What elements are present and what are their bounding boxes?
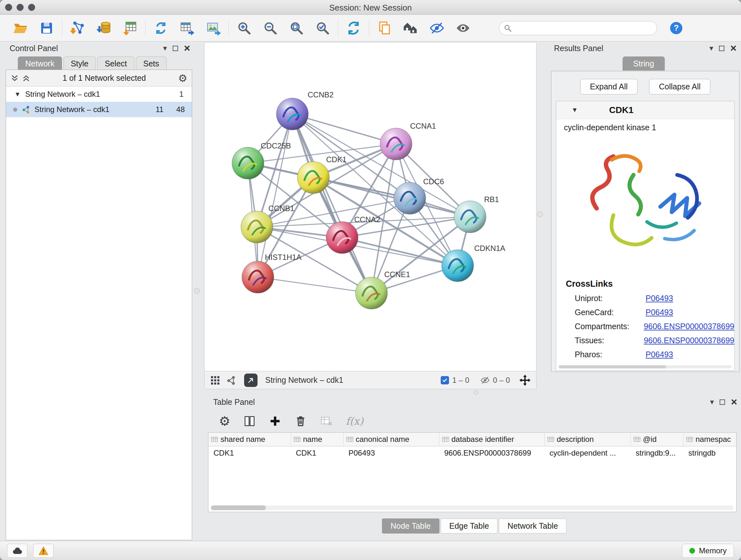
minimize-window-button[interactable] [17,4,23,11]
crosslink-genecard-link[interactable]: P06493 [646,308,673,317]
import-table-icon[interactable] [122,20,138,37]
function-builder-icon[interactable]: f(x) [346,415,363,427]
zoom-in-icon[interactable] [236,20,253,37]
expand-all-button[interactable]: Expand All [580,79,637,95]
panel-maximize-icon[interactable] [720,399,725,405]
bottom-splitter-handle[interactable] [474,390,478,395]
network-edge-CDK1-RB1[interactable] [313,178,470,217]
network-node-ccnb1[interactable]: CCNB1 [241,204,294,243]
network-collection-row[interactable]: ▼ String Network – cdk1 1 [6,86,192,102]
tab-sets[interactable]: Sets [136,57,166,71]
show-eye-icon[interactable] [455,20,471,37]
tab-style[interactable]: Style [64,57,96,71]
zoom-fit-icon[interactable] [288,20,305,37]
hidden-node-edge-count: 0 – 0 [493,376,510,385]
zoom-out-icon[interactable] [262,20,279,37]
cloud-status-button[interactable] [7,544,27,558]
panel-float-icon[interactable]: ▾ [710,44,713,52]
hide-selected-eye-slash-icon[interactable] [428,20,445,37]
apply-layout-icon[interactable] [345,20,362,37]
network-row[interactable]: String Network – cdk1 11 48 [6,102,192,117]
network-node-hist1h1a[interactable]: HIST1H1A [242,253,301,293]
zoom-window-button[interactable] [28,4,35,11]
selected-checkbox-icon[interactable] [441,376,449,384]
memory-button[interactable]: Memory [682,544,734,558]
crosslink-compartments-link[interactable]: 9606.ENSP00000378699 [644,322,734,331]
crosslink-pharos-link[interactable]: P06493 [646,350,673,359]
column-header-namespace[interactable]: namespac [683,433,736,446]
card-horizontal-scrollbar[interactable] [559,365,732,368]
grid-view-icon[interactable] [210,375,220,386]
birdseye-view-button[interactable] [244,374,258,387]
collection-label: String Network – cdk1 [25,90,100,99]
network-edge-HIST1H1A-CCNE1[interactable] [258,277,372,293]
copy-document-icon[interactable] [376,20,393,37]
disclosure-triangle-icon[interactable]: ▼ [14,91,21,98]
table-horizontal-scrollbar[interactable] [211,505,734,510]
panel-close-icon[interactable]: × [731,397,737,406]
network-glyph-icon[interactable] [226,375,236,385]
panel-maximize-icon[interactable] [719,46,724,51]
import-network-database-icon[interactable] [95,20,112,37]
export-table-icon[interactable] [179,20,195,37]
export-image-icon[interactable] [205,20,221,37]
toolbar-separator [62,19,62,37]
tab-node-table[interactable]: Node Table [382,518,440,534]
tab-string[interactable]: String [623,57,664,71]
toolbar-separator [228,19,229,37]
import-network-icon[interactable] [69,20,86,37]
crosslink-tissues-link[interactable]: 9606.ENSP00000378699 [644,336,734,345]
pan-crosshair-icon[interactable] [519,374,531,386]
show-columns-icon[interactable] [243,415,256,428]
expand-all-icon[interactable] [22,74,30,82]
node-label-cdkn1a: CDKN1A [474,244,505,253]
zoom-selected-icon[interactable] [314,20,331,37]
column-header-id[interactable]: @id [630,433,683,446]
right-splitter-handle[interactable] [537,211,543,217]
tab-network[interactable]: Network [18,57,62,71]
column-header-shared-name[interactable]: shared name [208,433,291,446]
network-node-rb1[interactable]: RB1 [454,195,499,233]
network-node-cdkn1a[interactable]: CDKN1A [442,244,505,282]
network-graph[interactable]: CCNB2CCNA1CDC25BCDK1CDC6RB1CCNB1CCNA2CDK… [205,43,536,371]
disclosure-triangle-icon[interactable]: ▼ [571,106,578,114]
left-splitter-handle[interactable] [194,288,200,294]
add-column-icon[interactable] [269,415,281,428]
protein-structure-image [556,135,734,272]
column-header-canonical-name[interactable]: canonical name [343,433,439,446]
tab-network-table[interactable]: Network Table [499,518,566,534]
panel-float-icon[interactable]: ▾ [710,398,714,406]
panel-close-icon[interactable]: × [730,44,737,52]
new-network-icon[interactable] [152,20,169,37]
crosslink-row: GeneCard: P06493 [566,308,734,317]
open-session-icon[interactable] [12,20,29,37]
crosslink-uniprot-link[interactable]: P06493 [646,294,673,303]
collapse-all-button[interactable]: Collapse All [649,79,711,95]
network-node-cdk1[interactable]: CDK1 [297,155,347,193]
tab-select[interactable]: Select [97,57,134,71]
column-header-database-identifier[interactable]: database identifier [439,433,544,446]
search-input[interactable] [515,23,649,33]
table-row[interactable]: CDK1 CDK1 P06493 9606.ENSP00000378699 cy… [208,446,736,460]
gear-icon[interactable]: ⚙ [178,73,187,83]
warnings-button[interactable] [33,544,54,558]
help-icon[interactable]: ? [669,21,683,35]
panel-close-icon[interactable]: × [184,44,190,52]
network-canvas[interactable]: CCNB2CCNA1CDC25BCDK1CDC6RB1CCNB1CCNA2CDK… [204,42,536,371]
network-edge-CCNB2-CCNE1[interactable] [292,114,372,293]
memory-label: Memory [699,546,727,555]
home-neighborhood-icon[interactable] [402,20,419,37]
column-header-description[interactable]: description [544,433,630,446]
collapse-all-icon[interactable] [10,74,19,82]
results-panel: Results Panel ▾ × String [548,42,740,71]
panel-maximize-icon[interactable] [173,46,178,51]
column-header-name[interactable]: name [291,433,343,446]
close-window-button[interactable] [5,4,12,11]
panel-float-icon[interactable]: ▾ [163,44,167,52]
delete-column-trash-icon[interactable] [294,415,307,428]
table-settings-gear-icon[interactable]: ⚙ [219,415,230,428]
network-node-ccna1[interactable]: CCNA1 [380,122,436,160]
tab-edge-table[interactable]: Edge Table [441,518,498,534]
save-session-icon[interactable] [38,20,55,37]
hidden-eye-slash-icon[interactable] [480,375,490,385]
